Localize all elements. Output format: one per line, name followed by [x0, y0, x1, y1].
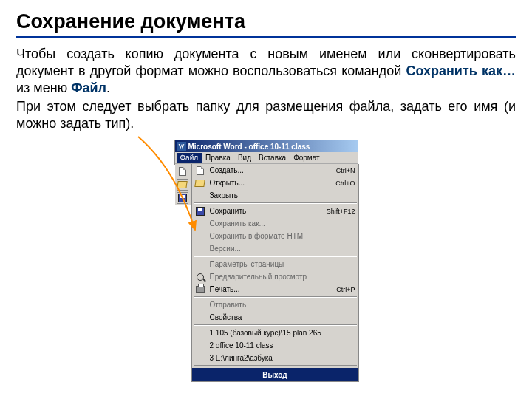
menu-item-properties[interactable]: Свойства — [192, 311, 358, 324]
printer-icon — [196, 286, 205, 293]
menu-item-send[interactable]: Отправить — [192, 299, 358, 311]
menu-view[interactable]: Вид — [234, 153, 255, 163]
menu-item-save[interactable]: Сохранить Shift+F12 — [192, 205, 358, 217]
word-window: W Microsoft Word - office 10-11 class Фа… — [174, 140, 358, 165]
menu-item-open[interactable]: Открыть... Ctrl+O — [192, 177, 358, 189]
menu-item-savehtm[interactable]: Сохранить в формате HTM — [192, 230, 358, 242]
window-title: Microsoft Word - office 10-11 class — [188, 143, 310, 151]
slide-body: Чтобы создать копию документа с новым им… — [16, 46, 516, 132]
menu-item-saveas[interactable]: Сохранить как... — [192, 217, 358, 230]
menu-separator — [194, 365, 357, 366]
menu-item-pagesetup[interactable]: Параметры страницы — [192, 258, 358, 270]
menu-item-recent2[interactable]: 2 office 10-11 class — [192, 339, 358, 352]
new-icon — [179, 167, 186, 176]
vertical-toolbar — [175, 164, 191, 205]
folder-open-icon — [194, 180, 205, 187]
para1-text-e: . — [106, 81, 110, 95]
save-icon — [178, 194, 187, 202]
toolbar-open-button[interactable] — [177, 179, 188, 191]
open-icon — [177, 181, 187, 188]
slide-title: Сохранение документа — [16, 10, 516, 38]
menu-format[interactable]: Формат — [290, 153, 324, 163]
menu-separator — [194, 202, 357, 204]
menu-insert[interactable]: Вставка — [255, 153, 290, 163]
toolbar-save-button[interactable] — [177, 192, 188, 204]
menu-edit[interactable]: Правка — [202, 153, 234, 163]
menu-item-recent3[interactable]: 3 E:\линга2\азбука — [192, 352, 358, 364]
window-titlebar: W Microsoft Word - office 10-11 class — [175, 140, 358, 152]
menu-item-preview[interactable]: Предварительный просмотр — [192, 270, 358, 283]
floppy-icon — [196, 207, 205, 216]
para1-text-c: из меню — [16, 81, 71, 95]
menu-item-create[interactable]: Создать... Ctrl+N — [192, 164, 358, 177]
preview-icon — [197, 273, 204, 281]
para2: При этом следует выбрать папку для разме… — [16, 98, 516, 132]
para1-bold-saveas: Сохранить как… — [406, 64, 516, 78]
file-menu-dropdown: Создать... Ctrl+N Открыть... Ctrl+O Закр… — [191, 164, 359, 382]
menu-item-print[interactable]: Печать... Ctrl+P — [192, 283, 358, 296]
menu-item-exit[interactable]: Выход — [192, 368, 358, 381]
menu-item-close[interactable]: Закрыть — [192, 189, 358, 202]
menu-item-recent1[interactable]: 1 105 (базовый курс)\15 plan 265 — [192, 327, 358, 339]
menu-separator — [194, 256, 357, 257]
menu-separator — [194, 324, 357, 326]
para1-bold-file: Файл — [71, 81, 106, 95]
new-doc-icon — [197, 166, 204, 175]
menu-item-versions[interactable]: Версии... — [192, 242, 358, 255]
word-icon: W — [177, 142, 186, 151]
menu-separator — [194, 296, 357, 298]
toolbar-new-button[interactable] — [177, 166, 188, 177]
menubar: Файл Правка Вид Вставка Формат — [175, 152, 358, 164]
menu-file[interactable]: Файл — [177, 153, 202, 163]
